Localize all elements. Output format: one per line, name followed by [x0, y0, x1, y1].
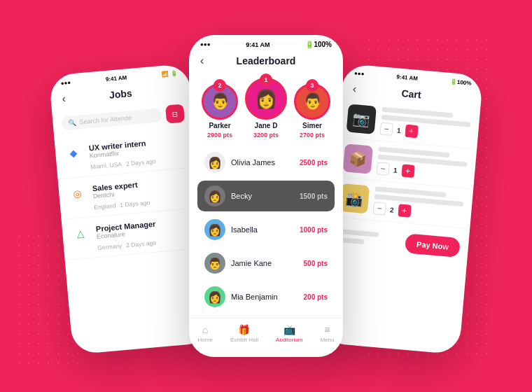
cart-title: Cart	[401, 88, 421, 100]
rank-badge-3: 3	[306, 79, 318, 92]
cart-image-3: 📸	[340, 183, 370, 214]
lb-pts-jamie: 500 pts	[304, 260, 328, 267]
player-pts-1: 3200 pts	[253, 132, 279, 139]
qty-decrease-1[interactable]: −	[379, 122, 393, 136]
qty-decrease-2[interactable]: −	[376, 162, 390, 176]
cart-lines-1: − 1 +	[379, 107, 471, 143]
job-time-1: 2 Days ago	[125, 158, 156, 167]
menu-icon: ≡	[324, 324, 330, 335]
leaderboard-title: Leaderboard	[237, 55, 296, 66]
nav-menu[interactable]: ≡ Menu	[320, 324, 334, 343]
lb-pts-olivia: 2500 pts	[300, 159, 328, 167]
jobs-search-box[interactable]: 🔍 Search for Attende	[61, 108, 162, 130]
home-icon: ⌂	[202, 324, 208, 335]
qty-increase-1[interactable]: +	[405, 125, 419, 139]
rank-badge-2: 2	[214, 79, 226, 92]
player-name-1: Jane D	[255, 122, 278, 130]
filter-button[interactable]: ⊟	[165, 104, 185, 123]
phone-center: ●●● 9:41 AM 🔋100% ‹ Leaderboard 2 👨 Park…	[189, 35, 343, 357]
qty-num-1: 1	[397, 126, 402, 134]
lb-item-becky[interactable]: 👩 Becky 1500 pts	[197, 181, 335, 211]
player-name-3: Simer	[302, 122, 322, 130]
lb-name-olivia: Olivia James	[231, 158, 294, 167]
jobs-title: Jobs	[108, 88, 132, 101]
job-location-1: Miami, USA	[90, 161, 122, 171]
lb-pts-becky: 1500 pts	[300, 192, 328, 200]
lb-pts-mia: 200 pts	[304, 293, 328, 301]
player-pts-3: 2700 pts	[300, 132, 325, 139]
job-info-2: Sales expert Dentchi	[92, 181, 138, 200]
lb-item-isabella[interactable]: 👩 Isabella 1000 pts	[197, 214, 335, 245]
cart-image-1: 📷	[346, 104, 377, 134]
job-info-1: UX writer intern Konmatflix	[88, 139, 147, 159]
search-placeholder: Search for Attende	[79, 114, 132, 125]
job-time-2: 1 Days ago	[120, 199, 150, 209]
job-info-3: Project Manager Econature	[95, 220, 156, 240]
phone-right: ●●● 9:41 AM 🔋100% ‹ Cart 📷 − 1 +	[319, 64, 483, 355]
job-logo-3: △	[70, 223, 91, 244]
bottom-nav: ⌂ Home 🎁 Exhibit Hall 📺 Auditorium ≡ Men…	[189, 318, 343, 347]
job-location-3: Germany	[97, 242, 122, 251]
job-logo-1: ◆	[63, 142, 84, 163]
top-player-1: 1 👩 Jane D 3200 pts	[245, 78, 287, 139]
lb-item-jamie[interactable]: 👨 Jamie Kane 500 pts	[197, 248, 335, 279]
nav-auditorium[interactable]: 📺 Auditorium	[276, 324, 302, 343]
lb-name-jamie: Jamie Kane	[231, 259, 298, 267]
lb-pts-isabella: 1000 pts	[300, 226, 328, 234]
nav-exhibit-label: Exhibit Hall	[230, 337, 258, 343]
cart-lines-3: − 2 +	[373, 186, 465, 222]
nav-home-label: Home	[198, 337, 213, 343]
exhibit-icon: 🎁	[238, 324, 250, 335]
back-button-jobs[interactable]: ‹	[62, 92, 66, 105]
status-bar-center: ●●● 9:41 AM 🔋100%	[189, 35, 343, 51]
leaderboard-list: 👩 Olivia James 2500 pts 👩 Becky 1500 pts…	[189, 147, 343, 312]
cart-total-lines	[336, 229, 406, 251]
top-player-2: 2 👨 Parker 2900 pts	[202, 83, 238, 139]
phones-container: ●●● 9:41 AM 📶 🔋 ‹ Jobs 🔍 Search for Atte…	[49, 35, 483, 357]
lb-avatar-becky: 👩	[204, 186, 225, 206]
nav-exhibit[interactable]: 🎁 Exhibit Hall	[230, 324, 258, 343]
lb-item-olivia[interactable]: 👩 Olivia James 2500 pts	[197, 147, 335, 178]
player-name-2: Parker	[209, 122, 230, 130]
rank-badge-1: 1	[260, 74, 272, 86]
lb-avatar-mia: 👩	[204, 286, 225, 307]
job-logo-2: ◎	[66, 183, 88, 204]
nav-menu-label: Menu	[320, 337, 334, 343]
lb-name-isabella: Isabella	[231, 225, 294, 234]
lb-item-mia[interactable]: 👩 Mia Benjamin 200 pts	[197, 281, 335, 312]
back-button-leaderboard[interactable]: ‹	[200, 55, 204, 67]
avatar-wrap-2: 2 👨	[202, 83, 238, 120]
qty-increase-3[interactable]: +	[398, 204, 412, 218]
qty-num-2: 1	[393, 166, 398, 174]
auditorium-icon: 📺	[284, 324, 295, 335]
qty-decrease-3[interactable]: −	[373, 202, 387, 216]
lb-avatar-isabella: 👩	[204, 219, 225, 240]
cart-image-2: 📦	[343, 144, 373, 174]
job-time-3: 2 Days ago	[126, 239, 157, 249]
avatar-wrap-3: 3 👨	[294, 83, 330, 120]
top-three: 2 👨 Parker 2900 pts 1 👩 Jane D 3200 pts …	[189, 71, 343, 147]
search-icon: 🔍	[68, 119, 76, 127]
qty-increase-2[interactable]: +	[401, 164, 415, 178]
avatar-wrap-1: 1 👩	[245, 78, 287, 120]
cart-total-line-1	[337, 229, 379, 237]
phone-left: ●●● 9:41 AM 📶 🔋 ‹ Jobs 🔍 Search for Atte…	[49, 64, 213, 355]
lb-avatar-jamie: 👨	[204, 253, 225, 274]
top-player-3: 3 👨 Simer 2700 pts	[294, 83, 330, 139]
leaderboard-header: ‹ Leaderboard	[189, 51, 343, 71]
lb-name-becky: Becky	[231, 192, 294, 200]
back-button-cart[interactable]: ‹	[352, 83, 357, 95]
player-pts-2: 2900 pts	[207, 132, 232, 139]
lb-avatar-olivia: 👩	[204, 152, 225, 173]
nav-auditorium-label: Auditorium	[276, 337, 302, 343]
nav-home[interactable]: ⌂ Home	[198, 324, 213, 343]
qty-num-3: 2	[390, 206, 395, 214]
lb-name-mia: Mia Benjamin	[231, 293, 298, 301]
cart-lines-2: − 1 +	[376, 146, 468, 182]
job-location-2: England	[94, 202, 116, 211]
pay-now-button[interactable]: Pay Now	[405, 233, 461, 258]
